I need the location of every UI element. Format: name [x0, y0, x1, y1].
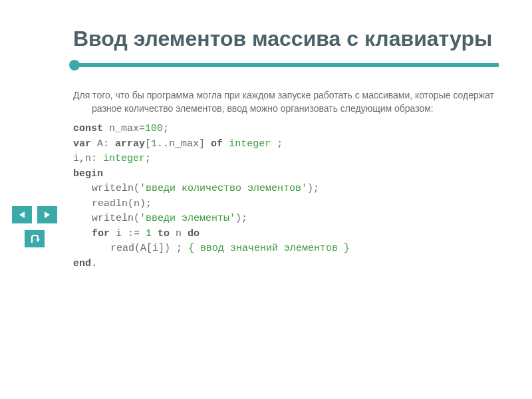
slide-content: Ввод элементов массива с клавиатуры Для … [0, 0, 532, 298]
code-line-readln: readln(n); [73, 197, 499, 212]
u-turn-icon [29, 233, 41, 244]
code-line-var-in: i,n: integer; [73, 152, 499, 167]
nav-next-button[interactable] [37, 206, 57, 223]
code-block: const n_max=100; var A: array[1..n_max] … [73, 122, 499, 271]
svg-marker-0 [19, 211, 25, 218]
nav-prev-button[interactable] [12, 206, 32, 223]
code-line-end: end. [73, 257, 499, 272]
code-line-for: for i := 1 to n do [73, 227, 499, 242]
nav-buttons [12, 206, 57, 247]
underline-circle [69, 60, 80, 70]
nav-home-button[interactable] [25, 230, 45, 247]
arrow-right-icon [42, 210, 53, 219]
svg-marker-2 [36, 239, 40, 242]
code-line-begin: begin [73, 167, 499, 182]
intro-text: Для того, что бы программа могла при каж… [73, 88, 499, 116]
svg-marker-1 [45, 211, 50, 218]
code-line-read: read(A[i]) ; { ввод значений элементов } [73, 241, 499, 257]
title-underline [73, 61, 499, 70]
code-line-var-a: var A: array[1..n_max] of integer ; [73, 137, 499, 152]
code-line-writeln2: writeln('введи элементы'); [73, 211, 499, 227]
code-line-const: const n_max=100; [73, 122, 499, 137]
arrow-left-icon [17, 210, 27, 219]
slide-title: Ввод элементов массива с клавиатуры [73, 27, 499, 51]
underline-bar [73, 63, 499, 67]
code-line-writeln1: writeln('введи количество элементов'); [73, 182, 499, 197]
